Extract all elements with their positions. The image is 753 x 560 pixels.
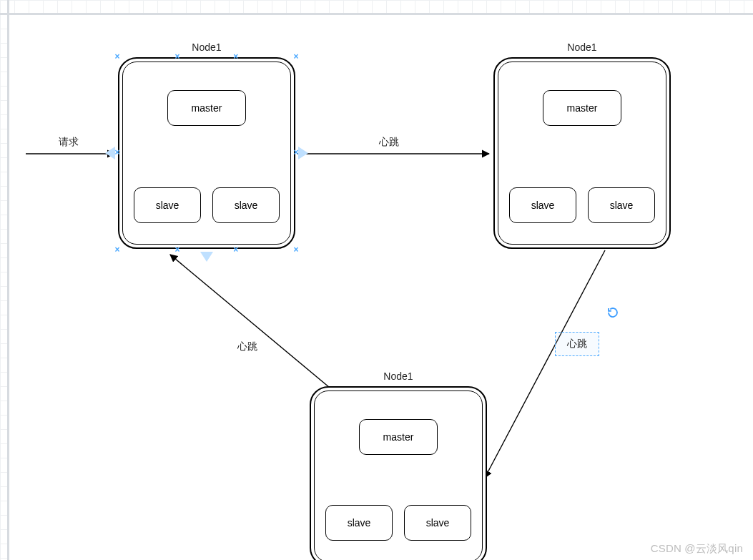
page-edge-top: [0, 13, 753, 15]
node-3-slave-right[interactable]: slave: [404, 505, 471, 541]
node-1-master[interactable]: master: [167, 90, 246, 126]
node-1-slave-left[interactable]: slave: [134, 187, 201, 223]
node-2[interactable]: Node1 master slave slave: [493, 57, 671, 249]
node-1[interactable]: Node1 master slave slave: [118, 57, 295, 249]
watermark: CSDN @云淡风qin: [651, 542, 743, 556]
node-2-master[interactable]: master: [543, 90, 621, 126]
node-2-slave-right[interactable]: slave: [588, 187, 655, 223]
edge-heartbeat-1-2-label[interactable]: 心跳: [379, 136, 399, 149]
node-2-title: Node1: [495, 41, 669, 53]
node-1-slave-right[interactable]: slave: [212, 187, 280, 223]
page-edge-left: [7, 0, 9, 560]
edge-heartbeat-2-3-selection[interactable]: 心跳: [555, 332, 599, 356]
rotate-handle-icon[interactable]: [606, 306, 619, 319]
edge-heartbeat-2-3-label[interactable]: 心跳: [567, 338, 587, 350]
edge-request-label[interactable]: 请求: [59, 136, 79, 149]
node-3[interactable]: Node1 master slave slave: [310, 386, 487, 560]
node-3-master[interactable]: master: [359, 419, 438, 455]
node-3-title: Node1: [311, 370, 486, 382]
node-3-slave-left[interactable]: slave: [325, 505, 393, 541]
resize-arrow-down-icon[interactable]: [200, 252, 213, 262]
resize-arrow-left-icon[interactable]: [105, 147, 115, 159]
node-2-slave-left[interactable]: slave: [509, 187, 576, 223]
resize-arrow-right-icon[interactable]: [298, 147, 308, 159]
edge-heartbeat-3-1-label[interactable]: 心跳: [237, 340, 257, 353]
node-1-title: Node1: [119, 41, 294, 53]
